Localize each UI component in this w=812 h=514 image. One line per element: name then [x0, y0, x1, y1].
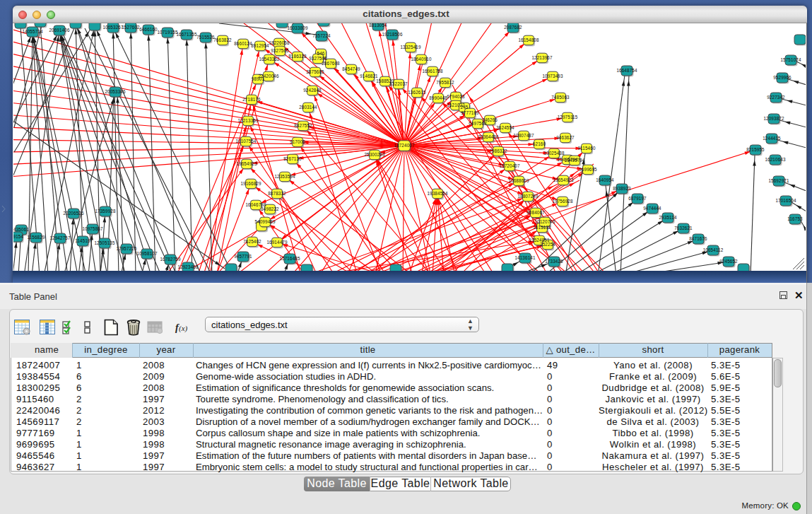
svg-text:8912954: 8912954 [251, 43, 269, 48]
svg-text:62160: 62160 [533, 141, 546, 146]
svg-text:245: 245 [461, 105, 469, 110]
svg-text:12505135: 12505135 [94, 240, 115, 245]
svg-text:1244415: 1244415 [763, 136, 781, 141]
svg-text:17359928: 17359928 [95, 209, 116, 214]
svg-text:25300293: 25300293 [364, 152, 385, 157]
svg-text:114519: 114519 [75, 238, 90, 243]
svg-text:16154808: 16154808 [518, 37, 539, 42]
svg-text:7632621: 7632621 [674, 226, 693, 230]
svg-text:16961758: 16961758 [422, 69, 443, 74]
svg-text:7357224: 7357224 [312, 33, 331, 38]
svg-text:18724007: 18724007 [394, 143, 415, 148]
svg-text:19654923: 19654923 [236, 161, 257, 166]
svg-text:8471676: 8471676 [689, 236, 707, 241]
svg-text:12093872: 12093872 [763, 116, 784, 121]
svg-text:17016504: 17016504 [775, 198, 796, 203]
svg-text:18226058: 18226058 [269, 40, 290, 45]
svg-text:14136141: 14136141 [514, 255, 536, 260]
svg-text:15751074: 15751074 [780, 57, 801, 62]
svg-text:6879197: 6879197 [628, 196, 647, 201]
svg-text:8186328: 8186328 [288, 54, 307, 59]
svg-text:917006: 917006 [290, 139, 305, 144]
svg-text:1733426: 1733426 [545, 259, 563, 264]
svg-text:10719155: 10719155 [157, 30, 178, 35]
svg-text:13325419: 13325419 [400, 45, 421, 49]
svg-text:9474444: 9474444 [643, 206, 661, 211]
svg-text:8454749: 8454749 [342, 66, 360, 71]
svg-text:9327508: 9327508 [309, 56, 327, 61]
svg-text:12213369: 12213369 [237, 118, 259, 123]
svg-text:20053346: 20053346 [105, 89, 126, 94]
svg-text:7986322: 7986322 [489, 148, 507, 153]
svg-text:10688609: 10688609 [508, 178, 529, 183]
svg-text:20691406: 20691406 [49, 28, 70, 33]
svg-text:7515526: 7515526 [196, 35, 215, 40]
svg-text:1640954: 1640954 [596, 177, 614, 182]
svg-text:9245652: 9245652 [719, 259, 738, 264]
svg-text:18640910: 18640910 [411, 57, 432, 62]
svg-text:7663822: 7663822 [213, 37, 232, 42]
svg-text:6466160: 6466160 [139, 27, 158, 32]
svg-text:8878332: 8878332 [268, 191, 286, 196]
svg-text:2867608: 2867608 [322, 61, 340, 66]
svg-text:2803144: 2803144 [299, 105, 317, 110]
svg-text:19495794: 19495794 [564, 158, 585, 163]
svg-text:8990448: 8990448 [429, 95, 447, 100]
svg-text:116753: 116753 [787, 216, 803, 221]
svg-text:9227342: 9227342 [767, 95, 785, 100]
svg-text:19384554: 19384554 [427, 191, 448, 196]
svg-text:1156829: 1156829 [27, 235, 45, 240]
svg-text:10975867: 10975867 [82, 226, 103, 231]
svg-text:8322037: 8322037 [389, 81, 408, 86]
svg-text:7625402: 7625402 [243, 239, 261, 244]
svg-text:8660124: 8660124 [234, 41, 252, 46]
svg-text:12923468: 12923468 [177, 264, 199, 269]
svg-text:2718176: 2718176 [242, 97, 261, 102]
svg-text:12942757: 12942757 [49, 235, 71, 240]
svg-text:3875685: 3875685 [306, 69, 324, 74]
svg-text:19166829: 19166829 [240, 181, 261, 186]
svg-text:12353594: 12353594 [274, 174, 295, 179]
svg-text:54099489: 54099489 [254, 219, 276, 224]
svg-text:16033809: 16033809 [287, 25, 308, 30]
svg-text:2087682: 2087682 [504, 25, 522, 30]
svg-text:19218506: 19218506 [382, 32, 403, 37]
svg-text:9242848: 9242848 [303, 88, 322, 93]
svg-text:7485063: 7485063 [551, 95, 570, 100]
svg-text:6794028: 6794028 [447, 94, 465, 99]
svg-text:8215955: 8215955 [746, 147, 765, 152]
svg-text:9146821: 9146821 [360, 74, 378, 78]
svg-text:3624554: 3624554 [496, 125, 514, 130]
svg-text:1615132: 1615132 [533, 225, 551, 230]
svg-text:15692971: 15692971 [768, 178, 789, 183]
svg-text:12975115: 12975115 [558, 115, 578, 119]
svg-text:546: 546 [317, 51, 325, 56]
svg-text:1527602: 1527602 [122, 25, 140, 30]
svg-text:19654923: 19654923 [553, 177, 574, 182]
svg-text:10807487: 10807487 [513, 133, 534, 138]
svg-text:39154: 39154 [13, 234, 23, 239]
svg-text:98901: 98901 [252, 76, 265, 81]
svg-text:9529966: 9529966 [773, 75, 792, 80]
svg-text:12213967: 12213967 [531, 55, 553, 60]
svg-text:20364436: 20364436 [478, 134, 499, 139]
svg-text:10973493: 10973493 [542, 74, 563, 78]
svg-text:3498222: 3498222 [261, 206, 279, 211]
svg-text:10654112: 10654112 [703, 247, 724, 252]
svg-text:(x): (x) [179, 324, 188, 333]
svg-text:252254: 252254 [540, 242, 555, 247]
svg-text:20206526: 20206526 [63, 211, 84, 216]
svg-text:7955812: 7955812 [436, 80, 454, 85]
svg-text:16648754: 16648754 [616, 68, 637, 73]
svg-text:16914479: 16914479 [266, 240, 288, 245]
svg-text:16543362: 16543362 [259, 57, 280, 62]
svg-text:18807249: 18807249 [517, 194, 539, 199]
svg-text:435061: 435061 [13, 227, 29, 232]
svg-text:10120746: 10120746 [534, 219, 555, 224]
svg-text:2935114: 2935114 [659, 215, 676, 220]
svg-text:8427552: 8427552 [294, 123, 312, 128]
svg-text:9463627: 9463627 [556, 135, 575, 140]
svg-text:10025438: 10025438 [543, 151, 565, 156]
svg-text:14055714: 14055714 [22, 29, 43, 34]
svg-text:16210643: 16210643 [765, 157, 786, 162]
